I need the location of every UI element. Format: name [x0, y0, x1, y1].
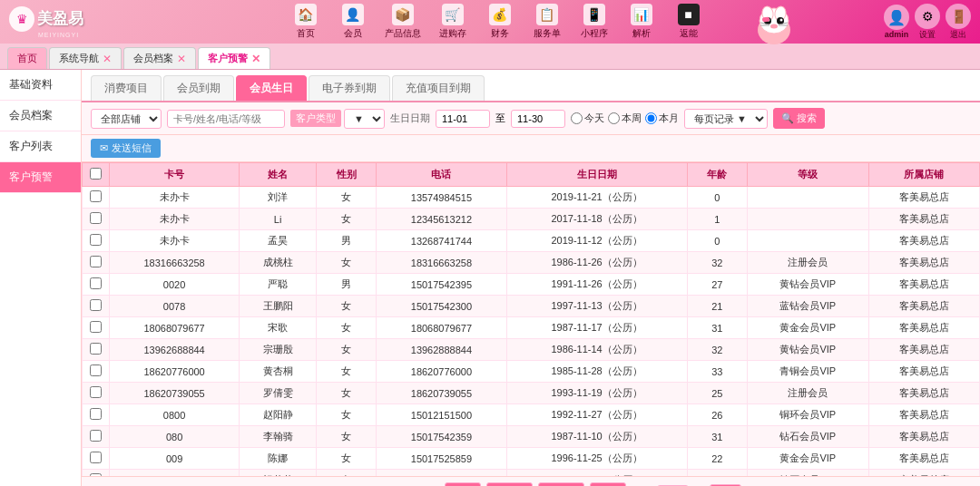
right-content: 消费项目 会员到期 会员生日 电子券到期 充值项目到期 全部店铺 客户类型 ▼	[82, 70, 980, 486]
table-row[interactable]: 未办卡 Li 女 12345613212 2017-11-18（公历） 1 客美…	[83, 209, 980, 230]
table-row[interactable]: 080 李翰骑 女 15017542359 1987-11-10（公历） 31 …	[83, 426, 980, 448]
nav-ability[interactable]: ■ 返能	[666, 0, 711, 44]
logout-label[interactable]: 退出	[950, 29, 966, 41]
last-page-button[interactable]: 尾页	[590, 482, 626, 486]
store-select[interactable]: 全部店铺	[91, 109, 162, 129]
cell-level: 黄钻会员VIP	[747, 274, 868, 296]
sub-tab-recharge-expire[interactable]: 充值项目到期	[392, 75, 485, 101]
tabs-bar: 首页 系统导航 ✕ 会员档案 ✕ 客户预警 ✕	[0, 44, 980, 70]
sub-tab-member-birthday[interactable]: 会员生日	[236, 75, 307, 101]
prev-page-button[interactable]: 上一页	[486, 482, 533, 486]
table-row[interactable]: 0020 严聪 男 15017542395 1991-11-26（公历） 27 …	[83, 274, 980, 296]
row-checkbox[interactable]	[90, 190, 102, 202]
radio-month[interactable]: 本月	[645, 112, 679, 125]
date-to-input[interactable]	[511, 110, 565, 128]
table-row[interactable]: 13962688844 宗珊殷 女 13962888844 1986-11-14…	[83, 339, 980, 361]
nav-product[interactable]: 📦 产品信息	[377, 0, 428, 44]
row-checkbox[interactable]	[90, 430, 102, 442]
cell-level: 钻石会员VIP	[747, 426, 868, 448]
row-checkbox[interactable]	[90, 364, 102, 376]
row-checkbox[interactable]	[90, 212, 102, 224]
row-checkbox[interactable]	[90, 343, 102, 355]
date-from-input[interactable]	[436, 110, 490, 128]
nav-miniapp[interactable]: 📱 小程序	[572, 0, 617, 44]
table-row[interactable]: 0078 王鹏阳 女 15017542300 1997-11-13（公历） 21…	[83, 296, 980, 317]
settings-label[interactable]: 设置	[919, 29, 936, 41]
table-row[interactable]: 0800 赵阳静 女 15012151500 1992-11-27（公历） 26…	[83, 404, 980, 426]
table-row[interactable]: 18068079677 宋歌 女 18068079677 1987-11-17（…	[83, 317, 980, 339]
settings-icon[interactable]: ⚙	[915, 4, 940, 29]
cell-level	[747, 230, 868, 252]
nav-purchase[interactable]: 🛒 进购存	[430, 0, 475, 44]
row-checkbox[interactable]	[90, 408, 102, 420]
cell-name: 宗珊殷	[240, 339, 317, 361]
customer-type-select[interactable]: ▼	[344, 109, 385, 129]
table-row[interactable]: 未办卡 刘洋 女 13574984515 2019-11-21（公历） 0 客美…	[83, 187, 980, 209]
table-row[interactable]: 009 陈娜 女 15017525859 1996-11-25（公历） 22 黄…	[83, 448, 980, 470]
cell-card: 18068079677	[110, 317, 240, 339]
radio-week[interactable]: 本周	[608, 112, 642, 125]
tab-system-close[interactable]: ✕	[103, 53, 112, 65]
logout-icon[interactable]: 🚪	[946, 4, 971, 29]
tab-system[interactable]: 系统导航 ✕	[49, 47, 122, 69]
row-checkbox[interactable]	[90, 452, 102, 463]
cell-age: 33	[687, 361, 747, 383]
card-search-input[interactable]	[167, 110, 285, 128]
col-age: 年龄	[687, 163, 747, 187]
records-per-page-select[interactable]: 每页记录 ▼	[684, 109, 768, 129]
tab-customer-preview-close[interactable]: ✕	[251, 53, 260, 65]
row-checkbox[interactable]	[90, 299, 102, 311]
svg-point-7	[779, 19, 782, 22]
sidebar-item-member-info[interactable]: 会员档案	[0, 101, 81, 131]
logo-text: 美盈易	[37, 8, 83, 29]
row-checkbox[interactable]	[90, 234, 102, 246]
cell-level: 注册会员	[747, 383, 868, 404]
sidebar-item-customer-list[interactable]: 客户列表	[0, 131, 81, 162]
search-button[interactable]: 🔍 搜索	[773, 108, 825, 129]
customer-type-label: 客户类型	[290, 110, 341, 127]
table-row[interactable]: 18316663258 成桃柱 女 18316663258 1986-11-26…	[83, 252, 980, 274]
sidebar-item-basic[interactable]: 基础资料	[0, 70, 81, 101]
nav-service[interactable]: 📋 服务单	[524, 0, 570, 44]
table-row[interactable]: 未办卡 孟昊 男 13268741744 2019-11-12（公历） 0 客美…	[83, 230, 980, 252]
tab-home[interactable]: 首页	[7, 47, 47, 69]
cell-age: 21	[687, 296, 747, 317]
purchase-icon: 🛒	[442, 4, 464, 25]
table-row[interactable]: 18620739055 罗倩雯 女 18620739055 1993-11-19…	[83, 383, 980, 404]
radio-today[interactable]: 今天	[571, 112, 604, 125]
sub-tab-electronic-expire[interactable]: 电子券到期	[309, 75, 390, 101]
sub-tab-consume[interactable]: 消费项目	[91, 75, 162, 101]
cell-store: 客美易总店	[868, 187, 979, 209]
send-sms-button[interactable]: ✉ 发送短信	[91, 139, 161, 158]
cell-birthday: 1991-11-26（公历）	[506, 274, 687, 296]
next-page-button[interactable]: 下一页	[538, 482, 584, 486]
product-icon: 📦	[392, 4, 414, 25]
cell-gender: 女	[317, 361, 377, 383]
sidebar-item-customer-alert[interactable]: 客户预警	[0, 162, 81, 193]
cell-age: 22	[687, 448, 747, 470]
row-checkbox[interactable]	[90, 256, 102, 267]
tab-member-file-close[interactable]: ✕	[177, 53, 186, 65]
row-checkbox[interactable]	[90, 321, 102, 333]
row-checkbox[interactable]	[90, 386, 102, 398]
col-birthday: 生日日期	[506, 163, 687, 187]
admin-avatar: 👤	[884, 5, 909, 30]
tab-member-file[interactable]: 会员档案 ✕	[123, 47, 196, 69]
cell-store: 客美易总店	[868, 361, 979, 383]
miniapp-icon: 📱	[583, 4, 605, 25]
home-icon: 🏠	[295, 4, 317, 25]
logo-subtext: MEIYINGYI	[9, 32, 113, 38]
table-row[interactable]: 002 祝莉莉 女 15017542358 1995-11-17（公历） 23 …	[83, 470, 980, 477]
select-all-checkbox[interactable]	[90, 168, 102, 180]
first-page-button[interactable]: 首页	[445, 482, 481, 486]
cell-name: 王鹏阳	[240, 296, 317, 317]
row-checkbox[interactable]	[90, 277, 102, 289]
nav-finance[interactable]: 💰 财务	[477, 0, 523, 44]
cell-gender: 女	[317, 187, 377, 209]
nav-home[interactable]: 🏠 首页	[283, 0, 328, 44]
nav-member[interactable]: 👤 会员	[330, 0, 376, 44]
table-row[interactable]: 18620776000 黄杏桐 女 18620776000 1985-11-28…	[83, 361, 980, 383]
tab-customer-preview[interactable]: 客户预警 ✕	[198, 47, 270, 69]
sub-tab-member-expire[interactable]: 会员到期	[163, 75, 234, 101]
nav-report[interactable]: 📊 解析	[619, 0, 664, 44]
